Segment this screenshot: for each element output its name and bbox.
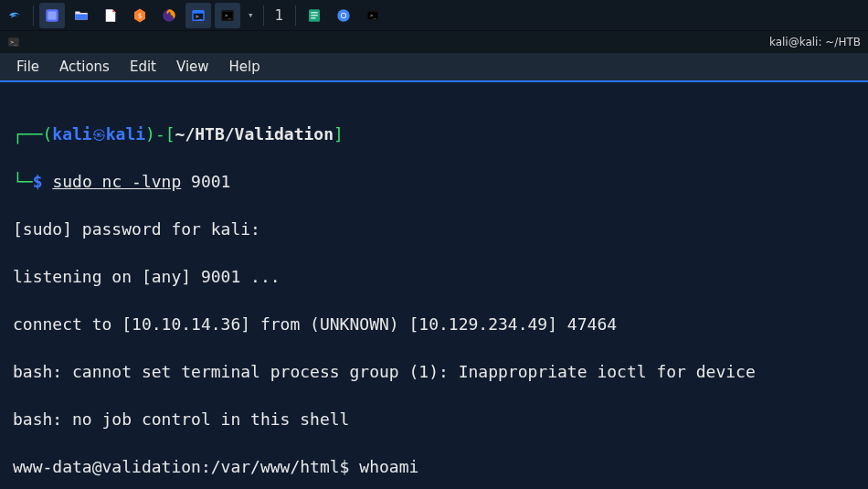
command-root: sudo nc -lvnp xyxy=(52,172,181,191)
menu-edit[interactable]: Edit xyxy=(130,58,156,75)
svg-rect-11 xyxy=(311,12,318,13)
activity-icon[interactable] xyxy=(39,3,65,28)
svg-text:>_: >_ xyxy=(11,39,18,46)
taskbar-divider xyxy=(295,5,296,26)
prompt-cwd: ~/HTB/Validation xyxy=(175,124,333,144)
menubar: File Actions Edit View Help xyxy=(0,53,868,82)
svg-text:>_: >_ xyxy=(196,13,203,20)
output-line: bash: cannot set terminal process group … xyxy=(13,360,855,384)
svg-text:>_: >_ xyxy=(370,12,377,19)
svg-rect-1 xyxy=(48,11,57,19)
prompt-line-2: └─$ sudo nc -lvnp 9001 xyxy=(13,170,855,194)
output-line: listening on [any] 9001 ... xyxy=(13,265,855,289)
app-menu-icon[interactable] xyxy=(2,3,27,28)
svg-text:>_: >_ xyxy=(225,12,232,19)
output-line: www-data@validation:/var/www/html$ whoam… xyxy=(13,455,855,479)
files-icon[interactable] xyxy=(69,3,94,28)
text-editor-icon[interactable] xyxy=(302,3,327,28)
firefox-icon[interactable] xyxy=(156,3,182,28)
taskbar-divider xyxy=(263,5,264,26)
taskbar-divider xyxy=(33,5,34,26)
menu-actions[interactable]: Actions xyxy=(59,58,110,75)
skull-icon: ㉿ xyxy=(92,126,106,143)
svg-text:$: $ xyxy=(138,12,143,20)
chromium-icon[interactable] xyxy=(331,3,356,28)
chevron-down-icon[interactable]: ▾ xyxy=(244,9,258,21)
window-titlebar[interactable]: >_ kali@kali: ~/HTB xyxy=(0,31,868,53)
prompt-user: kali xyxy=(52,124,91,144)
menu-help[interactable]: Help xyxy=(229,58,260,75)
terminal-alt-icon[interactable]: >_ xyxy=(215,3,240,28)
libreoffice-icon[interactable] xyxy=(98,3,123,28)
menu-view[interactable]: View xyxy=(176,58,209,75)
workspace-indicator[interactable]: 1 xyxy=(270,7,290,24)
terminal-app-icon[interactable]: >_ xyxy=(185,3,211,28)
prompt-line-1: ┌──(kali㉿kali)-[~/HTB/Validation] xyxy=(13,122,855,146)
terminal-window-icon: >_ xyxy=(7,36,20,48)
prompt-host: kali xyxy=(106,124,145,144)
command-args: 9001 xyxy=(191,172,230,191)
output-line: bash: no job control in this shell xyxy=(13,408,855,431)
svg-rect-12 xyxy=(311,15,318,16)
window-title: kali@kali: ~/HTB xyxy=(769,36,861,48)
hexchat-icon[interactable]: $ xyxy=(127,3,153,28)
taskbar: $ >_ >_ ▾ 1 >_ xyxy=(0,0,868,31)
output-line: connect to [10.10.14.36] from (UNKNOWN) … xyxy=(13,313,855,336)
qterminal-icon[interactable]: >_ xyxy=(360,3,386,28)
svg-rect-13 xyxy=(311,17,315,18)
output-line: [sudo] password for kali: xyxy=(13,218,855,241)
svg-point-16 xyxy=(341,13,345,17)
menu-file[interactable]: File xyxy=(16,58,39,75)
terminal-body[interactable]: ┌──(kali㉿kali)-[~/HTB/Validation] └─$ su… xyxy=(0,82,868,489)
